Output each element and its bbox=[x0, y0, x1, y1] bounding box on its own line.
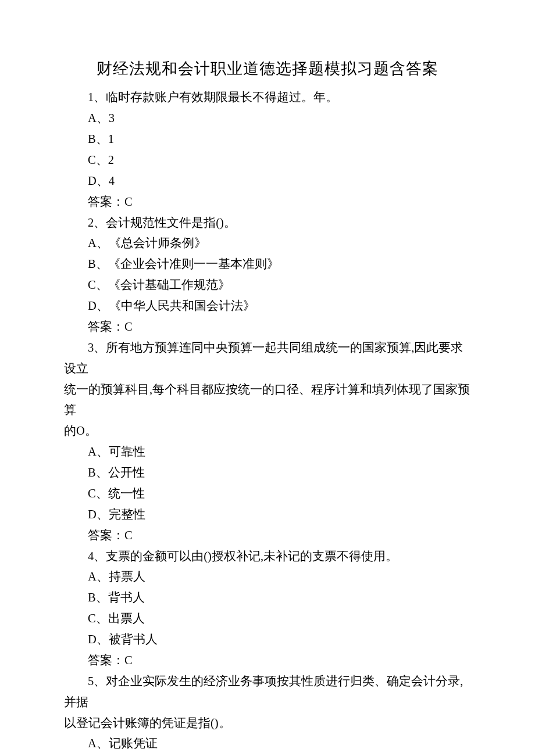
q3-option-d: D、完整性 bbox=[64, 504, 471, 525]
q3-stem-line3: 的O。 bbox=[64, 421, 471, 442]
q2-option-d: D、《中华人民共和国会计法》 bbox=[64, 296, 471, 317]
q1-answer: 答案：C bbox=[64, 192, 471, 213]
q5-stem-line1: 5、对企业实际发生的经济业务事项按其性质进行归类、确定会计分录,并据 bbox=[64, 671, 471, 713]
q1-option-c: C、2 bbox=[64, 150, 471, 171]
q4-option-b: B、背书人 bbox=[64, 587, 471, 608]
document-title: 财经法规和会计职业道德选择题模拟习题含答案 bbox=[64, 55, 471, 83]
q2-stem: 2、会计规范性文件是指()。 bbox=[64, 213, 471, 234]
q3-option-a: A、可靠性 bbox=[64, 442, 471, 463]
q1-option-d: D、4 bbox=[64, 171, 471, 192]
q2-option-a: A、《总会计师条例》 bbox=[64, 233, 471, 254]
q4-option-d: D、被背书人 bbox=[64, 629, 471, 650]
q3-stem-line2: 统一的预算科目,每个科目都应按统一的口径、程序计算和填列体现了国家预算 bbox=[64, 379, 471, 421]
q1-option-a: A、3 bbox=[64, 108, 471, 129]
q3-option-c: C、统一性 bbox=[64, 483, 471, 504]
q4-stem: 4、支票的金额可以由()授权补记,未补记的支票不得使用。 bbox=[64, 546, 471, 567]
q4-option-c: C、出票人 bbox=[64, 608, 471, 629]
q2-option-c: C、《会计基础工作规范》 bbox=[64, 275, 471, 296]
q1-option-b: B、1 bbox=[64, 129, 471, 150]
q4-answer: 答案：C bbox=[64, 650, 471, 671]
q2-option-b: B、《企业会计准则一一基本准则》 bbox=[64, 254, 471, 275]
q3-option-b: B、公开性 bbox=[64, 463, 471, 483]
q1-stem: 1、临时存款账户有效期限最长不得超过。年。 bbox=[64, 87, 471, 108]
q4-option-a: A、持票人 bbox=[64, 567, 471, 587]
q5-option-a: A、记账凭证 bbox=[64, 733, 471, 754]
q2-answer: 答案：C bbox=[64, 317, 471, 338]
q5-stem-line2: 以登记会计账簿的凭证是指()。 bbox=[64, 713, 471, 734]
q3-stem-line1: 3、所有地方预算连同中央预算一起共同组成统一的国家预算,因此要求设立 bbox=[64, 338, 471, 379]
document-page: 财经法规和会计职业道德选择题模拟习题含答案 1、临时存款账户有效期限最长不得超过… bbox=[0, 0, 535, 756]
q3-answer: 答案：C bbox=[64, 525, 471, 546]
